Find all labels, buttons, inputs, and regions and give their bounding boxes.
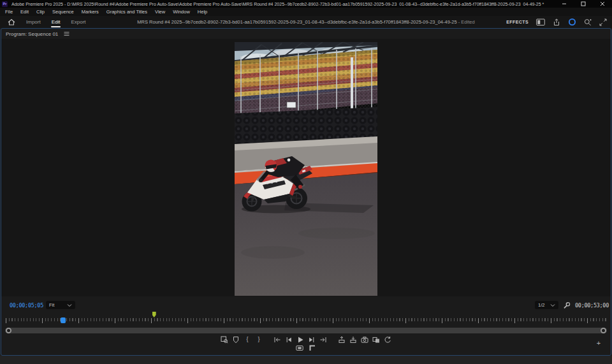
frame-zoom-icon xyxy=(221,336,228,344)
menu-edit[interactable]: Edit xyxy=(17,9,33,15)
chevron-down-icon xyxy=(67,303,72,307)
workspaces-button[interactable] xyxy=(536,18,545,26)
add-marker-button[interactable] xyxy=(231,335,241,344)
toggle-proxies-icon xyxy=(296,344,303,352)
mark-out-icon: } xyxy=(258,337,259,342)
current-timecode[interactable]: 00;00;05;05 xyxy=(10,302,43,309)
play-icon xyxy=(296,336,304,344)
chevron-down-icon xyxy=(550,303,555,307)
monitor-settings-button[interactable] xyxy=(563,302,571,309)
plus-icon: + xyxy=(597,339,601,347)
add-marker-icon xyxy=(232,336,240,344)
program-panel-title[interactable]: Program: Sequence 01 xyxy=(6,31,58,37)
menu-help[interactable]: Help xyxy=(194,9,211,15)
playhead[interactable] xyxy=(61,317,66,323)
zoom-handle-left[interactable] xyxy=(6,328,11,333)
window-title: Adobe Premiere Pro 2025 - D:\MRS 2025\Ro… xyxy=(11,2,555,6)
tab-import[interactable]: Import xyxy=(26,17,41,27)
panel-menu-button[interactable] xyxy=(64,31,69,36)
bottom-strip xyxy=(0,356,612,364)
fullscreen-button[interactable] xyxy=(599,18,607,26)
step-forward-icon xyxy=(308,336,316,344)
menu-view[interactable]: View xyxy=(151,9,169,15)
header-right: EFFECTS xyxy=(506,16,607,28)
edited-status: - Edited xyxy=(457,19,475,25)
tab-export[interactable]: Export xyxy=(70,17,86,27)
home-icon xyxy=(7,18,16,26)
home-button[interactable] xyxy=(7,18,16,26)
mark-out-button[interactable]: } xyxy=(254,335,264,344)
search-button[interactable] xyxy=(584,18,592,26)
duration-timecode: 00;00;53;00 xyxy=(575,302,609,309)
lift-button[interactable] xyxy=(337,335,347,344)
quick-export-icon xyxy=(553,18,560,26)
extract-button[interactable] xyxy=(349,335,358,344)
comparison-view-button[interactable] xyxy=(372,335,381,344)
loop-icon xyxy=(384,336,391,344)
mark-in-icon: { xyxy=(246,337,248,342)
close-icon xyxy=(600,1,605,6)
titlebar: Pr Adobe Premiere Pro 2025 - D:\MRS 2025… xyxy=(0,0,612,8)
safe-margins-icon xyxy=(309,344,316,352)
menu-graphics-and-titles[interactable]: Graphics and Titles xyxy=(103,9,151,15)
progress-ring-icon xyxy=(568,18,576,26)
transport-bar-row2 xyxy=(1,344,611,352)
menu-sequence[interactable]: Sequence xyxy=(48,9,78,15)
header-bar: Import Edit Export MRS Round #4 2025--9b… xyxy=(0,16,612,28)
program-viewer xyxy=(1,39,611,296)
playback-resolution-value: 1/2 xyxy=(538,302,544,308)
step-back-button[interactable] xyxy=(284,335,294,344)
safe-margins-button[interactable] xyxy=(308,344,317,352)
export-frame-button[interactable] xyxy=(360,335,370,344)
go-to-out-button[interactable] xyxy=(319,335,328,344)
step-back-icon xyxy=(285,336,293,344)
minimize-button[interactable] xyxy=(555,0,574,8)
transport-bar: { } xyxy=(1,335,611,344)
menubar: File Edit Clip Sequence Markers Graphics… xyxy=(0,8,612,16)
minimize-icon xyxy=(562,1,567,6)
maximize-icon xyxy=(581,1,586,6)
ruler-inner xyxy=(6,310,606,326)
timeline-marker[interactable] xyxy=(152,312,156,317)
button-editor-button[interactable]: + xyxy=(594,339,603,347)
playback-resolution-dropdown[interactable]: 1/2 xyxy=(535,301,558,309)
tab-edit[interactable]: Edit xyxy=(51,17,61,27)
quick-export-button[interactable] xyxy=(553,18,560,26)
wrench-icon xyxy=(563,302,571,309)
fullscreen-icon xyxy=(599,18,607,26)
go-to-in-button[interactable] xyxy=(273,335,282,344)
menu-markers[interactable]: Markers xyxy=(78,9,103,15)
zoom-scrollbar[interactable] xyxy=(5,327,607,334)
menu-file[interactable]: File xyxy=(1,9,17,15)
play-button[interactable] xyxy=(296,335,305,344)
ruler-ticks-major xyxy=(6,318,606,323)
loop-button[interactable] xyxy=(383,335,393,344)
workspaces-icon xyxy=(536,18,545,26)
maximize-button[interactable] xyxy=(574,0,593,8)
zoom-scrollbar-track[interactable] xyxy=(5,328,607,333)
menu-window[interactable]: Window xyxy=(169,9,194,15)
frame-zoom-button[interactable] xyxy=(220,335,229,344)
program-monitor-panel: Program: Sequence 01 xyxy=(1,28,611,356)
zoom-level-value: Fit xyxy=(49,302,54,308)
mark-in-button[interactable]: { xyxy=(243,335,252,344)
search-icon xyxy=(584,18,592,26)
progress-button[interactable] xyxy=(568,18,576,26)
video-frame xyxy=(235,42,377,296)
timeline-ruler[interactable] xyxy=(1,310,611,326)
go-to-in-icon xyxy=(273,336,281,344)
extract-icon xyxy=(349,336,357,344)
comparison-view-icon xyxy=(372,336,380,344)
program-panel-header: Program: Sequence 01 xyxy=(1,29,611,39)
app-window: Pr Adobe Premiere Pro 2025 - D:\MRS 2025… xyxy=(0,0,612,364)
zoom-level-dropdown[interactable]: Fit xyxy=(46,301,75,309)
step-forward-button[interactable] xyxy=(307,335,317,344)
close-button[interactable] xyxy=(593,0,612,8)
go-to-out-icon xyxy=(319,336,327,344)
window-controls xyxy=(555,0,612,8)
menu-clip[interactable]: Clip xyxy=(33,9,48,15)
workspace-effects-button[interactable]: EFFECTS xyxy=(506,20,528,24)
zoom-handle-right[interactable] xyxy=(601,328,606,333)
toggle-proxies-button[interactable] xyxy=(295,344,305,352)
project-name: MRS Round #4 2025--9b7cedb2-8902-72b3-bd… xyxy=(127,19,484,25)
